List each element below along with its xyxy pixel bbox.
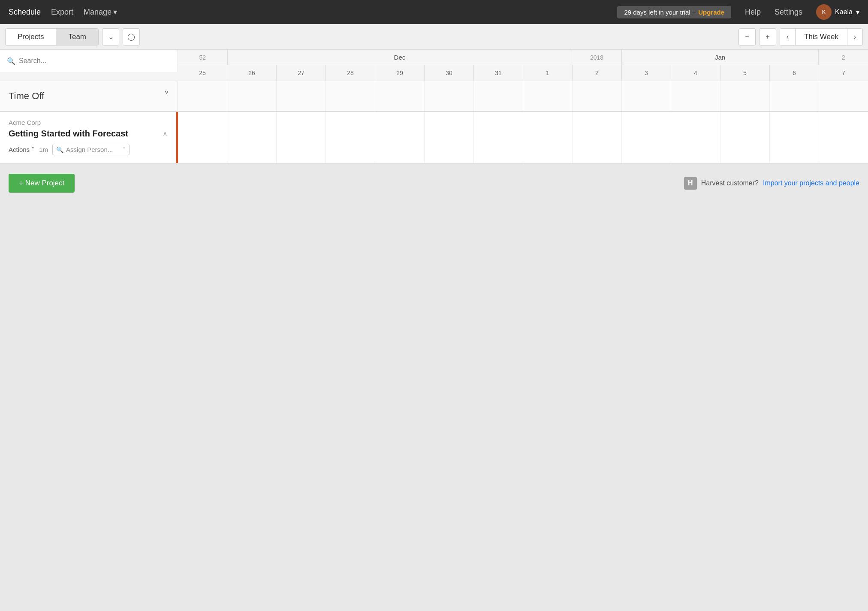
tab-team[interactable]: Team <box>56 29 98 45</box>
clock-icon: ◯ <box>127 33 135 41</box>
harvest-import-link[interactable]: Import your projects and people <box>763 179 859 187</box>
time-off-cell-6 <box>474 81 523 111</box>
nav-export[interactable]: Export <box>51 8 73 17</box>
time-off-grid <box>178 81 868 111</box>
assign-dropdown[interactable]: 🔍 Assign Person... ˅ <box>52 144 130 155</box>
collapse-icon: ⌄ <box>108 33 114 41</box>
trial-badge: 29 days left in your trial – Upgrade <box>617 6 731 18</box>
date-30: 30 <box>425 65 474 81</box>
collapse-btn[interactable]: ⌄ <box>102 28 119 45</box>
upgrade-link[interactable]: Upgrade <box>698 9 724 16</box>
date-5: 5 <box>720 65 770 81</box>
actions-button[interactable]: Actions ˅ <box>9 146 35 154</box>
time-off-cell-13 <box>819 81 868 111</box>
time-off-chevron[interactable]: ˅ <box>164 91 169 102</box>
time-off-cell-4 <box>375 81 425 111</box>
date-4: 4 <box>671 65 720 81</box>
date-31: 31 <box>474 65 523 81</box>
time-off-cell-10 <box>671 81 720 111</box>
project-cell-13 <box>819 112 868 163</box>
project-client: Acme Corp <box>9 119 168 126</box>
zoom-in-btn[interactable]: + <box>759 28 776 45</box>
project-cell-4 <box>375 112 425 163</box>
month-dec: Dec <box>228 50 573 65</box>
user-chevron: ▾ <box>856 8 859 16</box>
date-1: 1 <box>523 65 573 81</box>
project-name: Getting Started with Forecast <box>9 129 128 139</box>
time-off-cell-1 <box>227 81 277 111</box>
project-cell-1 <box>227 112 277 163</box>
project-left: Acme Corp Getting Started with Forecast … <box>0 112 178 163</box>
date-3: 3 <box>622 65 671 81</box>
project-cell-8 <box>573 112 622 163</box>
search-assign-icon: 🔍 <box>56 146 63 153</box>
month-jan: Jan <box>622 50 819 65</box>
project-grid <box>178 112 868 163</box>
nav-manage-label: Manage <box>84 8 112 17</box>
avatar: K <box>816 4 832 20</box>
tab-group: Projects Team <box>5 28 99 45</box>
search-input[interactable] <box>19 57 171 65</box>
project-actions-row: Actions ˅ 1m 🔍 Assign Person... ˅ <box>9 144 168 155</box>
duration-label: 1m <box>39 146 48 153</box>
date-27: 27 <box>277 65 326 81</box>
project-name-row: Getting Started with Forecast ∧ <box>9 129 168 139</box>
date-25: 25 <box>178 65 227 81</box>
week-next-btn[interactable]: › <box>847 28 862 45</box>
project-cell-5 <box>425 112 474 163</box>
year-2018: 2018 <box>572 50 622 65</box>
project-cell-6 <box>474 112 523 163</box>
project-cell-9 <box>622 112 671 163</box>
time-off-cell-2 <box>277 81 326 111</box>
toolbar: Projects Team ⌄ ◯ − + ‹ This Week › <box>0 24 868 50</box>
harvest-row: H Harvest customer? Import your projects… <box>684 177 859 190</box>
time-off-row: Time Off ˅ <box>0 81 868 112</box>
top-nav: Schedule Export Manage ▾ 29 days left in… <box>0 0 868 24</box>
nav-help[interactable]: Help <box>745 8 761 17</box>
search-icon: 🔍 <box>7 57 15 65</box>
project-cell-2 <box>277 112 326 163</box>
nav-manage[interactable]: Manage ▾ <box>84 7 117 17</box>
footer-area: + New Project H Harvest customer? Import… <box>0 163 868 203</box>
time-off-cell-9 <box>622 81 671 111</box>
nav-manage-chevron: ▾ <box>113 7 117 17</box>
tab-projects[interactable]: Projects <box>6 29 56 45</box>
time-off-cell-12 <box>770 81 819 111</box>
date-6: 6 <box>770 65 819 81</box>
date-row: 25 26 27 28 29 30 31 1 2 3 4 5 6 7 <box>178 65 868 81</box>
week-num-52: 52 <box>178 50 228 65</box>
assign-placeholder: Assign Person... <box>66 146 113 153</box>
week-nav: ‹ This Week › <box>780 28 863 45</box>
week-prev-btn[interactable]: ‹ <box>780 28 796 45</box>
time-off-cell-5 <box>425 81 474 111</box>
nav-user[interactable]: K Kaela ▾ <box>816 4 859 20</box>
assign-dropdown-chevron: ˅ <box>123 146 126 153</box>
zoom-in-icon: + <box>766 33 769 41</box>
nav-schedule[interactable]: Schedule <box>9 8 41 17</box>
zoom-out-btn[interactable]: − <box>738 28 756 45</box>
date-29: 29 <box>375 65 425 81</box>
clock-btn[interactable]: ◯ <box>123 28 140 45</box>
nav-settings[interactable]: Settings <box>775 8 802 17</box>
project-cell-12 <box>770 112 819 163</box>
harvest-icon: H <box>684 177 697 190</box>
time-off-cell-3 <box>326 81 375 111</box>
time-off-text: Time Off <box>9 91 44 102</box>
calendar-header: 52 Dec 2018 Jan 2 25 26 27 28 29 30 31 1… <box>178 50 868 81</box>
new-project-button[interactable]: + New Project <box>9 174 75 193</box>
project-cell-10 <box>671 112 720 163</box>
project-collapse-chevron[interactable]: ∧ <box>163 130 168 138</box>
project-cell-0 <box>178 112 227 163</box>
search-row: 🔍 <box>0 50 178 72</box>
project-cell-3 <box>326 112 375 163</box>
time-off-cell-8 <box>573 81 622 111</box>
time-off-cell-0 <box>178 81 227 111</box>
month-trailing: 2 <box>819 50 868 65</box>
week-label: This Week <box>796 29 847 45</box>
time-off-label: Time Off ˅ <box>0 81 178 111</box>
date-2: 2 <box>573 65 622 81</box>
project-section: Acme Corp Getting Started with Forecast … <box>0 112 868 163</box>
actions-chevron: ˅ <box>31 146 35 154</box>
date-26: 26 <box>227 65 277 81</box>
project-cell-7 <box>523 112 573 163</box>
